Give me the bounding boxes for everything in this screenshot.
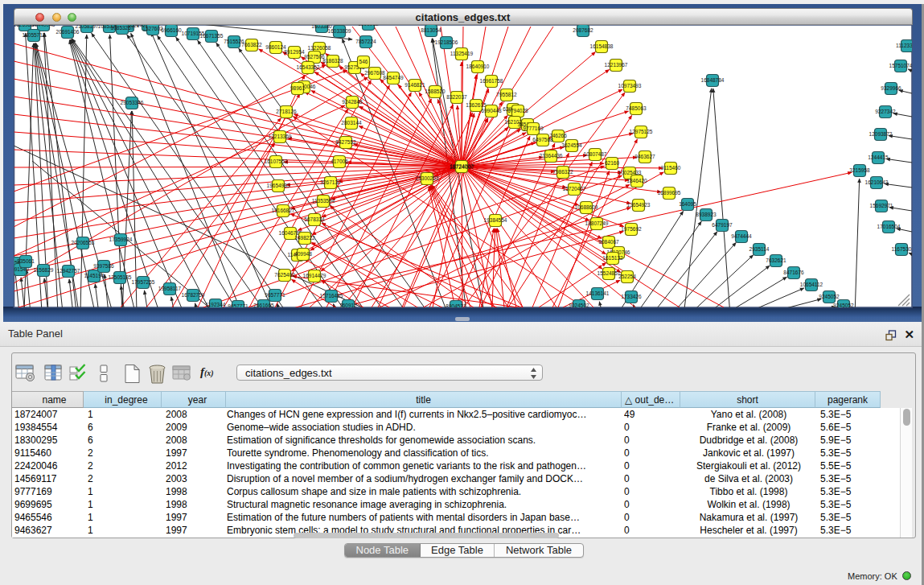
svg-text:16914479: 16914479	[303, 273, 326, 278]
svg-text:6794028: 6794028	[507, 108, 528, 113]
svg-text:15524851: 15524851	[598, 270, 621, 276]
svg-text:9777169: 9777169	[523, 126, 544, 131]
svg-text:10654112: 10654112	[800, 282, 823, 287]
svg-text:12213967: 12213967	[605, 62, 628, 68]
svg-text:8912954: 8912954	[284, 49, 305, 55]
svg-text:16154838: 16154838	[590, 43, 614, 49]
svg-text:1588520: 1588520	[425, 89, 446, 94]
svg-text:9474444: 9474444	[731, 233, 752, 239]
svg-text:9657771: 9657771	[228, 303, 248, 309]
svg-text:2803144: 2803144	[341, 120, 362, 126]
svg-text:7986322: 7986322	[552, 169, 573, 175]
svg-text:16107553: 16107553	[265, 159, 288, 164]
svg-text:20691406: 20691406	[56, 29, 80, 35]
svg-text:2718126: 2718126	[276, 109, 297, 114]
svg-text:1156829: 1156829	[34, 267, 54, 273]
svg-text:16210643: 16210643	[865, 179, 889, 185]
svg-text:62160: 62160	[605, 160, 619, 166]
svg-text:18807249: 18807249	[585, 220, 609, 226]
svg-text:9245052: 9245052	[819, 294, 840, 299]
svg-text:1192344: 1192344	[206, 302, 226, 307]
svg-text:10688609: 10688609	[575, 204, 598, 210]
svg-text:11325419: 11325419	[450, 51, 474, 56]
svg-text:10807487: 10807487	[584, 151, 607, 157]
svg-text:1615132: 1615132	[602, 255, 623, 261]
svg-text:25300203: 25300203	[416, 175, 439, 181]
svg-text:17359924: 17359924	[109, 237, 133, 242]
svg-text:835061: 835061	[17, 258, 35, 264]
svg-text:9860124: 9860124	[265, 44, 286, 50]
svg-text:9084067: 9084067	[598, 239, 619, 245]
svg-text:1145194: 1145194	[84, 273, 105, 278]
svg-text:15716485: 15716485	[320, 293, 343, 299]
svg-text:9024502: 9024502	[569, 303, 589, 308]
svg-text:12093872: 12093872	[869, 131, 893, 137]
svg-text:1167530: 1167530	[892, 246, 912, 252]
svg-text:1846420: 1846420	[626, 178, 647, 183]
svg-text:9397586: 9397586	[93, 263, 114, 269]
svg-text:1362615: 1362615	[466, 102, 487, 108]
svg-text:8322037: 8322037	[446, 94, 467, 100]
svg-text:13226058: 13226058	[308, 45, 331, 51]
svg-text:16033809: 16033809	[328, 28, 351, 34]
svg-text:13654923: 13654923	[627, 202, 651, 208]
svg-text:21364436: 21364436	[540, 153, 563, 159]
svg-text:12942757: 12942757	[57, 268, 80, 274]
svg-text:16848784: 16848784	[701, 77, 725, 83]
svg-text:16543362: 16543362	[297, 64, 320, 70]
svg-text:164095: 164095	[679, 201, 696, 207]
svg-text:7625402: 7625402	[274, 272, 295, 278]
svg-text:760912: 760912	[339, 303, 357, 308]
svg-text:17957255: 17957255	[132, 279, 155, 285]
svg-text:7485063: 7485063	[626, 105, 647, 111]
svg-text:12213369: 12213369	[269, 134, 292, 139]
svg-text:7632621: 7632621	[766, 257, 786, 263]
svg-text:9329966: 9329966	[881, 85, 901, 91]
svg-text:7663822: 7663822	[241, 42, 262, 47]
svg-text:1527602: 1527602	[142, 26, 163, 31]
svg-text:3215958: 3215958	[849, 167, 870, 173]
svg-text:29053346: 29053346	[121, 100, 144, 105]
svg-text:8813054: 8813054	[421, 27, 441, 33]
svg-text:1498222: 1498222	[294, 235, 315, 241]
svg-text:252254: 252254	[618, 274, 636, 279]
svg-text:15692971: 15692971	[870, 203, 893, 208]
svg-text:17016504: 17016504	[877, 224, 901, 229]
svg-text:6497568: 6497568	[532, 137, 553, 142]
svg-text:409948: 409948	[294, 251, 312, 257]
svg-text:7857224: 7857224	[355, 39, 376, 44]
svg-text:6990448: 6990448	[481, 108, 502, 113]
svg-text:15751074: 15751074	[889, 63, 913, 68]
svg-text:1733426: 1733426	[621, 294, 642, 299]
svg-text:9115460: 9115460	[661, 165, 681, 171]
svg-text:6966160: 6966160	[161, 27, 182, 33]
svg-text:11353594: 11353594	[312, 198, 335, 204]
svg-text:19166827: 19166827	[272, 208, 295, 213]
svg-text:8427552: 8427552	[335, 139, 356, 145]
svg-text:9227342: 9227342	[875, 109, 896, 114]
svg-text:14055713: 14055713	[23, 32, 46, 38]
svg-text:19654983: 19654983	[267, 183, 290, 188]
svg-text:546: 546	[359, 59, 368, 64]
svg-text:8471676: 8471676	[783, 270, 804, 275]
svg-text:9242848: 9242848	[342, 99, 363, 105]
svg-text:8186328: 8186328	[322, 58, 343, 64]
svg-text:14136141: 14136141	[586, 290, 610, 296]
svg-text:19218506: 19218506	[435, 39, 458, 45]
svg-text:2967608: 2967608	[364, 70, 385, 76]
svg-text:9146821: 9146821	[405, 82, 425, 88]
svg-text:10973493: 10973493	[618, 83, 642, 89]
svg-text:5678334: 5678334	[304, 216, 325, 222]
svg-text:1244415: 1244415	[868, 154, 889, 160]
svg-text:7955812: 7955812	[496, 92, 517, 97]
svg-text:3267130: 3267130	[320, 179, 341, 185]
svg-text:8454749: 8454749	[383, 75, 404, 80]
svg-text:16782759: 16782759	[182, 292, 205, 298]
svg-text:11123344: 11123344	[896, 43, 918, 48]
svg-text:9463627: 9463627	[634, 154, 655, 159]
svg-text:9527506: 9527506	[304, 54, 325, 60]
svg-text:16671355: 16671355	[200, 33, 224, 39]
svg-text:98961: 98961	[290, 85, 305, 91]
svg-text:16899695: 16899695	[658, 190, 681, 196]
svg-text:18640910: 18640910	[466, 64, 490, 69]
